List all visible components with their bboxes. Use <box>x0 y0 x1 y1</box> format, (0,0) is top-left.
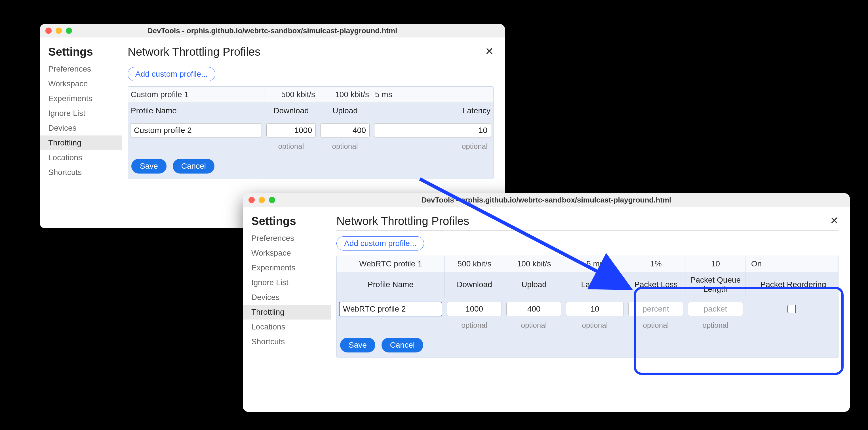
sidebar-item-workspace[interactable]: Workspace <box>243 246 331 260</box>
table-header-row: Profile Name Download Upload Latency <box>128 103 493 119</box>
latency-input[interactable] <box>374 123 491 138</box>
titlebar: DevTools - orphis.github.io/webrtc-sandb… <box>243 193 850 207</box>
settings-sidebar: Settings Preferences Workspace Experimen… <box>243 207 331 412</box>
cell-latency: 5 ms <box>564 256 626 272</box>
save-button[interactable]: Save <box>131 159 166 174</box>
sidebar-item-locations[interactable]: Locations <box>243 319 331 334</box>
table-hints-row: optional optional optional <box>128 141 493 155</box>
edit-actions: Save Cancel <box>128 155 493 179</box>
cancel-button[interactable]: Cancel <box>381 338 423 352</box>
cell-packet-loss: 1% <box>626 256 686 272</box>
col-profile-name: Profile Name <box>337 272 444 297</box>
close-icon[interactable]: ✕ <box>830 215 838 227</box>
col-latency: Latency <box>564 272 626 297</box>
settings-heading: Settings <box>243 215 331 231</box>
profile-name-input[interactable] <box>130 123 262 138</box>
hint-optional: optional <box>686 320 745 334</box>
sidebar-item-ignore-list[interactable]: Ignore List <box>243 275 331 290</box>
table-edit-row <box>128 119 493 141</box>
hint-optional: optional <box>504 320 564 334</box>
profile-name-input[interactable] <box>339 302 442 316</box>
col-upload: Upload <box>504 272 564 297</box>
col-profile-name: Profile Name <box>128 103 264 119</box>
col-download: Download <box>444 272 504 297</box>
save-button[interactable]: Save <box>340 338 375 352</box>
upload-input[interactable] <box>320 123 370 138</box>
sidebar-item-experiments[interactable]: Experiments <box>243 260 331 275</box>
page-title: Network Throttling Profiles <box>128 46 494 61</box>
sidebar-item-shortcuts[interactable]: Shortcuts <box>40 165 122 180</box>
col-packet-queue-length: Packet Queue Length <box>686 272 745 297</box>
table-row[interactable]: WebRTC profile 1 500 kbit/s 100 kbit/s 5… <box>337 256 838 272</box>
sidebar-item-preferences[interactable]: Preferences <box>243 231 331 246</box>
settings-sidebar: Settings Preferences Workspace Experimen… <box>40 37 122 228</box>
sidebar-item-ignore-list[interactable]: Ignore List <box>40 106 122 121</box>
table-row[interactable]: Custom profile 1 500 kbit/s 100 kbit/s 5… <box>128 87 493 103</box>
sidebar-item-devices[interactable]: Devices <box>243 290 331 305</box>
col-packet-loss: Packet Loss <box>626 272 686 297</box>
packet-queue-input[interactable] <box>688 302 743 316</box>
col-packet-reordering: Packet Reordering <box>745 272 838 297</box>
window-title: DevTools - orphis.github.io/webrtc-sandb… <box>243 196 850 204</box>
window-title: DevTools - orphis.github.io/webrtc-sandb… <box>40 26 505 35</box>
table-edit-row <box>337 297 838 320</box>
main-panel: ✕ Network Throttling Profiles Add custom… <box>331 207 850 412</box>
sidebar-item-locations[interactable]: Locations <box>40 150 122 165</box>
sidebar-item-devices[interactable]: Devices <box>40 121 122 136</box>
cell-upload: 100 kbit/s <box>504 256 564 272</box>
table-header-row: Profile Name Download Upload Latency Pac… <box>337 272 838 297</box>
cell-profile-name: WebRTC profile 1 <box>337 256 444 272</box>
cell-upload: 100 kbit/s <box>318 87 372 103</box>
sidebar-item-throttling[interactable]: Throttling <box>40 136 122 150</box>
edit-actions: Save Cancel <box>337 334 838 357</box>
latency-input[interactable] <box>566 302 624 316</box>
cell-packet-queue-length: 10 <box>686 256 745 272</box>
sidebar-item-shortcuts[interactable]: Shortcuts <box>243 334 331 349</box>
hint-optional: optional <box>372 141 493 155</box>
profiles-table: WebRTC profile 1 500 kbit/s 100 kbit/s 5… <box>336 256 838 358</box>
hint-optional: optional <box>264 141 318 155</box>
add-custom-profile-button[interactable]: Add custom profile... <box>128 67 215 81</box>
download-input[interactable] <box>447 302 502 316</box>
col-upload: Upload <box>318 103 372 119</box>
cell-latency: 5 ms <box>372 87 493 103</box>
table-hints-row: optional optional optional optional opti… <box>337 320 838 334</box>
packet-loss-input[interactable] <box>628 302 683 316</box>
hint-optional: optional <box>318 141 372 155</box>
sidebar-item-experiments[interactable]: Experiments <box>40 91 122 106</box>
titlebar: DevTools - orphis.github.io/webrtc-sandb… <box>40 24 505 37</box>
upload-input[interactable] <box>506 302 561 316</box>
cell-download: 500 kbit/s <box>444 256 504 272</box>
sidebar-item-preferences[interactable]: Preferences <box>40 62 122 77</box>
sidebar-item-workspace[interactable]: Workspace <box>40 77 122 91</box>
hint-optional: optional <box>626 320 686 334</box>
cell-packet-reordering: On <box>745 256 838 272</box>
cancel-button[interactable]: Cancel <box>173 159 214 174</box>
sidebar-item-throttling[interactable]: Throttling <box>243 305 331 319</box>
settings-heading: Settings <box>40 46 122 62</box>
add-custom-profile-button[interactable]: Add custom profile... <box>336 236 424 251</box>
cell-profile-name: Custom profile 1 <box>128 87 264 103</box>
devtools-window-after: DevTools - orphis.github.io/webrtc-sandb… <box>243 193 850 412</box>
col-download: Download <box>264 103 318 119</box>
close-icon[interactable]: ✕ <box>485 46 494 57</box>
cell-download: 500 kbit/s <box>264 87 318 103</box>
profiles-table: Custom profile 1 500 kbit/s 100 kbit/s 5… <box>128 86 494 179</box>
packet-reordering-checkbox[interactable] <box>787 305 796 313</box>
col-latency: Latency <box>372 103 493 119</box>
download-input[interactable] <box>266 123 316 138</box>
hint-optional: optional <box>444 320 504 334</box>
page-title: Network Throttling Profiles <box>336 215 838 231</box>
hint-optional: optional <box>564 320 626 334</box>
